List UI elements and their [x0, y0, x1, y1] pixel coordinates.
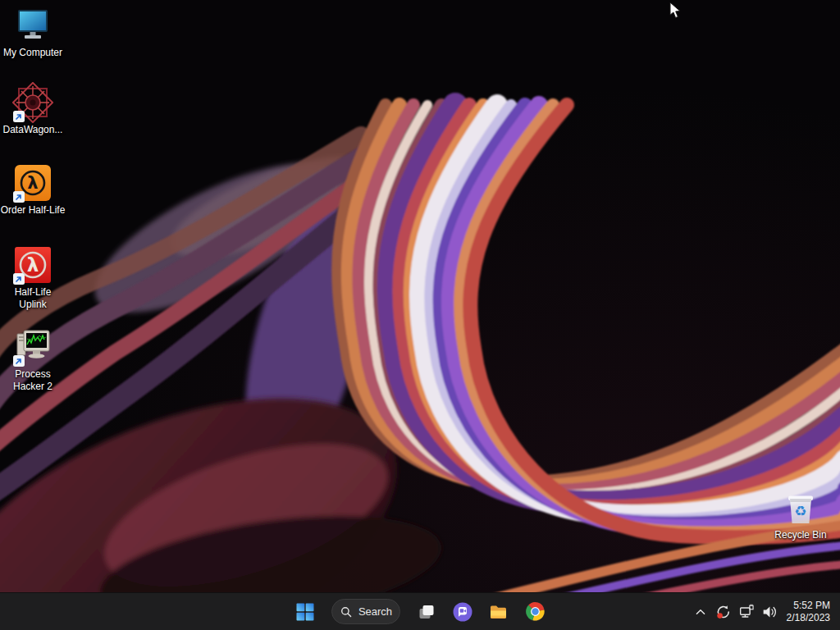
shortcut-arrow-icon [13, 111, 25, 122]
speaker-icon [760, 603, 778, 621]
clock[interactable]: 5:52 PM 2/18/2023 [787, 600, 830, 623]
start-button[interactable] [289, 596, 322, 628]
ethernet-network-icon [737, 603, 756, 621]
desktop-icon-label: Recycle Bin [774, 529, 826, 541]
folder-icon [488, 601, 509, 623]
svg-text:♻: ♻ [794, 503, 806, 519]
desktop-icon-order-half-life[interactable]: λ Order Half-Life [0, 162, 66, 217]
svg-text:λ: λ [27, 173, 38, 193]
shortcut-arrow-icon [13, 191, 25, 203]
recycle-bin-icon: ♻ [780, 487, 821, 528]
half-life-orange-lambda-icon: λ [12, 162, 53, 203]
taskbar-center: Search [289, 593, 551, 630]
volume-tray-button[interactable] [759, 598, 780, 626]
desktop-icon-label: Order Half-Life [1, 204, 66, 217]
desktop-icon-label: My Computer [3, 47, 62, 59]
update-tray-button[interactable] [713, 598, 734, 626]
chat-button[interactable] [446, 596, 479, 628]
mouse-cursor [669, 2, 682, 19]
process-hacker-monitor-icon [12, 326, 53, 368]
taskbar: Search [0, 592, 840, 630]
desktop[interactable]: My Computer [0, 0, 840, 592]
search-box[interactable]: Search [331, 599, 400, 624]
task-view-icon [417, 602, 436, 622]
shortcut-arrow-icon [13, 355, 25, 367]
computer-monitor-icon [12, 5, 53, 46]
search-label: Search [358, 605, 392, 618]
teams-chat-icon [452, 601, 473, 623]
desktop-icon-process-hacker-2[interactable]: Process Hacker 2 [0, 326, 66, 393]
desktop-wallpaper [0, 0, 840, 592]
hidden-icons-button[interactable] [690, 598, 711, 626]
datawagon-mandala-icon [12, 82, 53, 123]
file-explorer-button[interactable] [482, 596, 515, 628]
desktop-icon-label: Half-Life Uplink [0, 286, 66, 311]
desktop-icon-recycle-bin[interactable]: ♻ Recycle Bin [768, 487, 833, 541]
svg-text:λ: λ [27, 254, 39, 276]
system-tray: 5:52 PM 2/18/2023 [690, 593, 840, 630]
desktop-icon-datawagon[interactable]: DataWagon... [0, 82, 66, 136]
shortcut-arrow-icon [13, 273, 25, 285]
task-view-button[interactable] [410, 596, 443, 628]
clock-date: 2/18/2023 [787, 612, 830, 624]
half-life-red-lambda-icon: λ [12, 244, 53, 285]
clock-time: 5:52 PM [787, 600, 830, 612]
windows-logo-icon [295, 602, 315, 622]
screen: My Computer [0, 0, 840, 630]
chrome-button[interactable] [518, 596, 551, 628]
desktop-icon-half-life-uplink[interactable]: λ Half-Life Uplink [0, 244, 66, 311]
chrome-icon [525, 601, 546, 622]
chevron-up-icon [692, 603, 710, 621]
desktop-icon-label: DataWagon... [3, 124, 63, 136]
update-refresh-icon [714, 603, 733, 621]
magnifier-icon [340, 605, 353, 619]
network-tray-button[interactable] [736, 598, 757, 626]
desktop-icon-my-computer[interactable]: My Computer [0, 5, 66, 59]
desktop-icon-label: Process Hacker 2 [0, 368, 66, 393]
